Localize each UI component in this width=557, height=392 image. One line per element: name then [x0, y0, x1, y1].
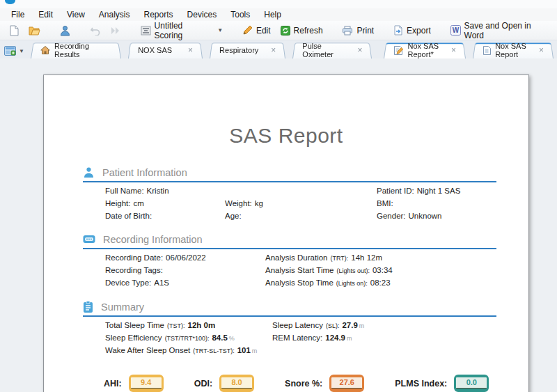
- field-date-of-birth: Date of Birth:: [105, 212, 225, 220]
- save-open-word-button[interactable]: W Save and Open in Word: [446, 19, 557, 42]
- section-rule: [83, 248, 496, 249]
- home-icon: [40, 46, 50, 54]
- close-icon[interactable]: ×: [451, 47, 456, 54]
- field-rem-latency: REM Latency:124.9m: [272, 334, 496, 342]
- section-patient-information: Patient Information Full Name:Kristin Pa…: [83, 165, 496, 222]
- tab-label: Respiratory: [219, 46, 258, 54]
- close-icon[interactable]: ×: [188, 47, 193, 54]
- close-icon[interactable]: ×: [539, 47, 544, 54]
- field-weight: Weight:kg: [225, 199, 377, 207]
- field-height: Height:cm: [105, 199, 225, 207]
- field-sleep-latency: Sleep Latency(SL):27.9m: [272, 321, 496, 329]
- field-analysis-start-time: Analysis Start Time(Lights out):03:34: [265, 266, 496, 274]
- field-analysis-stop-time: Analysis Stop Time(Lights on):08:23: [265, 279, 496, 287]
- metrics-row: AHI: 9.4 ODI: 8.0 Snore %: 27.6 PLMS Ind…: [104, 375, 528, 392]
- metric-value: 0.0: [456, 377, 487, 389]
- workspace-layout-button[interactable]: ▼: [0, 46, 27, 58]
- field-full-name: Full Name:Kristin: [105, 187, 225, 195]
- chevron-down-icon: ▼: [19, 48, 24, 54]
- metric-snore: Snore %: 27.6: [285, 375, 364, 392]
- tab-nox-sas-report[interactable]: Nox SAS Report ×: [473, 42, 554, 58]
- section-summary: Summary Total Sleep Time(TST):12h 0m Sle…: [83, 299, 496, 356]
- refresh-icon: [281, 26, 290, 36]
- print-button[interactable]: Print: [337, 24, 379, 38]
- menu-analysis[interactable]: Analysis: [92, 9, 137, 20]
- close-icon[interactable]: ×: [271, 47, 276, 54]
- field-gender: Gender:Unknown: [377, 212, 496, 220]
- metric-label: PLMS Index:: [395, 379, 447, 389]
- menu-edit[interactable]: Edit: [31, 9, 60, 20]
- patient-button[interactable]: [55, 23, 75, 38]
- export-icon: [393, 25, 403, 36]
- tab-label: NOX SAS: [138, 46, 172, 54]
- metric-odi: ODI: 8.0: [194, 375, 254, 392]
- menu-help[interactable]: Help: [257, 9, 288, 20]
- tab-strip: ▼ Recording Results NOX SAS × Respirator…: [0, 40, 557, 58]
- section-heading: Recording Information: [103, 234, 203, 245]
- tab-label: Nox SAS Report: [495, 42, 526, 58]
- field-patient-id: Patient ID:Night 1 SAS: [377, 187, 496, 195]
- report-icon: [483, 46, 491, 55]
- tab-label: Pulse Oximeter: [302, 42, 345, 58]
- close-icon[interactable]: ×: [357, 47, 362, 54]
- word-icon: W: [450, 25, 461, 36]
- metric-value: 9.4: [131, 377, 162, 389]
- edit-label: Edit: [256, 26, 271, 36]
- report-page: SAS Report Patient Information Full Name…: [43, 75, 529, 392]
- metric-label: ODI:: [194, 379, 212, 389]
- field-recording-tags: Recording Tags:: [105, 266, 265, 274]
- field-sleep-efficiency: Sleep Efficiency(TST/TRT*100):84.5%: [105, 334, 272, 342]
- field-analysis-duration: Analysis Duration(TRT):14h 12m: [265, 253, 496, 262]
- tab-nox-sas[interactable]: NOX SAS ×: [128, 42, 203, 58]
- layout-icon: [4, 46, 16, 56]
- menu-view[interactable]: View: [60, 9, 92, 20]
- open-button[interactable]: [24, 24, 45, 38]
- patient-section-icon: [83, 166, 95, 178]
- recorder-section-icon: [83, 234, 95, 244]
- metric-value: 27.6: [331, 377, 362, 389]
- export-button[interactable]: Export: [389, 23, 436, 38]
- pencil-icon: [242, 25, 253, 36]
- export-label: Export: [407, 26, 431, 36]
- tab-recording-results[interactable]: Recording Results: [31, 42, 121, 58]
- metric-label: Snore %:: [285, 379, 322, 389]
- redo-button[interactable]: [105, 24, 126, 37]
- redo-icon: [110, 26, 121, 35]
- clipboard-section-icon: [83, 301, 93, 313]
- section-rule: [83, 315, 496, 317]
- section-rule: [83, 181, 496, 182]
- scoring-selector[interactable]: Untitled Scoring ▼: [136, 19, 228, 42]
- field-bmi: BMI:: [377, 199, 496, 207]
- document-area: SAS Report Patient Information Full Name…: [0, 58, 557, 392]
- new-document-button[interactable]: [4, 23, 24, 38]
- report-title: SAS Report: [44, 124, 528, 148]
- field-total-sleep-time: Total Sleep Time(TST):12h 0m: [105, 321, 272, 329]
- title-bar: [0, 0, 557, 8]
- toolbar: Untitled Scoring ▼ Edit Refresh Print Ex…: [0, 21, 557, 40]
- field-age: Age:: [225, 212, 377, 220]
- app-logo-icon: [5, 0, 15, 4]
- report-edited-icon: [393, 46, 403, 55]
- chevron-down-icon: ▼: [217, 27, 223, 33]
- metric-value: 8.0: [221, 377, 252, 389]
- metric-badge-plms: 0.0: [454, 375, 489, 392]
- printer-icon: [342, 26, 353, 36]
- edit-button[interactable]: Edit: [237, 23, 276, 38]
- section-heading: Summary: [101, 301, 144, 313]
- refresh-button[interactable]: Refresh: [276, 24, 328, 38]
- tab-pulse-oximeter[interactable]: Pulse Oximeter ×: [292, 42, 372, 58]
- scoring-icon: [141, 26, 151, 36]
- section-recording-information: Recording Information Recording Date:06/…: [83, 232, 496, 289]
- tab-respiratory[interactable]: Respiratory ×: [210, 42, 285, 58]
- metric-label: AHI:: [104, 379, 122, 389]
- field-device-type: Device Type:A1S: [105, 279, 265, 287]
- field-recording-date: Recording Date:06/06/2022: [105, 253, 265, 262]
- undo-button[interactable]: [85, 24, 105, 38]
- tab-nox-sas-report-edited[interactable]: Nox SAS Report* ×: [384, 42, 466, 58]
- scoring-label: Untitled Scoring: [155, 21, 213, 40]
- menu-tools[interactable]: Tools: [223, 9, 257, 20]
- metric-ahi: AHI: 9.4: [104, 375, 164, 392]
- menu-file[interactable]: File: [4, 9, 31, 20]
- patient-icon: [60, 25, 70, 36]
- refresh-label: Refresh: [294, 26, 323, 36]
